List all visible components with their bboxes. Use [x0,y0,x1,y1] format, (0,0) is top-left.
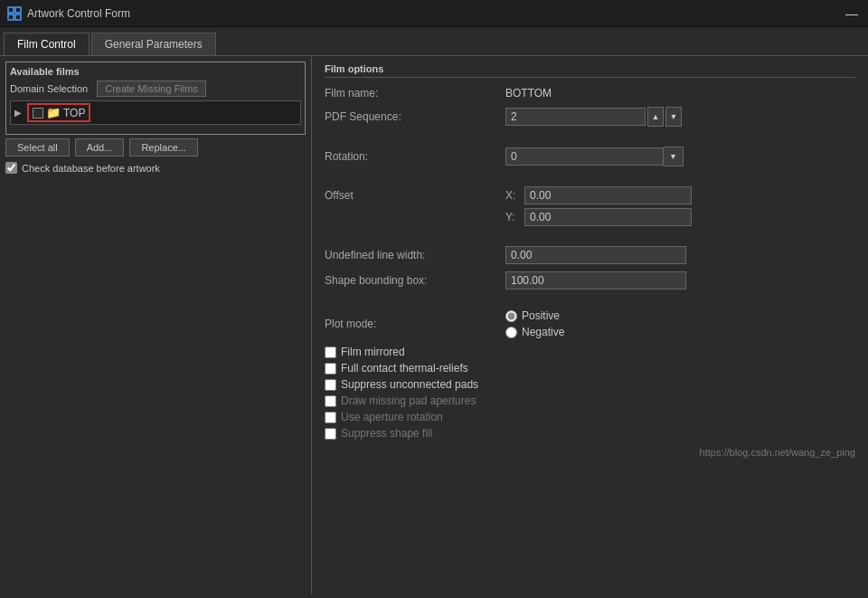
offset-x-axis-label: X: [505,189,519,202]
pdf-sequence-row: PDF Sequence: ▲ ▼ [325,107,855,127]
film-options-title: Film options [325,63,855,78]
main-content: Available films Domain Selection Create … [0,56,868,594]
offset-label: Offset [325,186,505,202]
plot-mode-negative-label: Negative [522,326,564,338]
offset-x-row: X: [505,186,692,204]
check-options: Film mirrored Full contact thermal-relie… [325,346,855,440]
window-title: Artwork Control Form [27,7,130,20]
svg-rect-0 [8,7,14,13]
domain-controls: Domain Selection Create Missing Films [10,81,301,97]
pdf-seq-up-button[interactable]: ▲ [647,107,664,127]
suppress-unconnected-checkbox[interactable] [325,379,336,391]
svg-rect-3 [15,14,21,20]
suppress-shape-label: Suppress shape fill [341,427,432,440]
app-icon [7,6,22,21]
title-bar-controls: — [843,5,861,23]
check-database-label: Check database before artwork [22,163,160,174]
add-button[interactable]: Add... [75,138,125,157]
film-name-row: Film name: BOTTOM [325,87,855,100]
suppress-unconnected-row: Suppress unconnected pads [325,378,855,391]
replace-button[interactable]: Replace... [129,138,198,157]
offset-x-input[interactable] [524,186,692,204]
list-item[interactable]: ▶ 📁 TOP [11,101,300,124]
undefined-line-width-label: Undefined line width: [325,249,505,261]
pdf-sequence-label: PDF Sequence: [325,110,505,123]
svg-rect-1 [15,7,21,13]
tab-general-parameters[interactable]: General Parameters [91,33,216,55]
shape-bounding-box-row: Shape bounding box: [325,271,855,290]
pdf-sequence-control: ▲ ▼ [505,107,682,127]
offset-y-input[interactable] [524,208,692,226]
plot-mode-row: Plot mode: Positive Negative [325,309,855,338]
plot-mode-positive-row: Positive [505,309,564,322]
suppress-shape-checkbox[interactable] [325,428,336,440]
select-all-button[interactable]: Select all [5,138,70,157]
minimize-button[interactable]: — [843,5,861,23]
shape-bounding-box-input[interactable] [505,271,686,290]
right-panel: Film options Film name: BOTTOM PDF Seque… [312,56,868,594]
available-films-title: Available films [10,66,301,77]
rotation-dropdown-arrow[interactable]: ▼ [664,147,684,166]
full-contact-checkbox[interactable] [325,363,336,375]
use-aperture-checkbox[interactable] [325,412,336,423]
create-missing-button[interactable]: Create Missing Films [97,81,206,97]
undefined-line-width-input[interactable] [505,246,686,264]
plot-mode-positive-radio[interactable] [505,310,517,322]
rotation-label: Rotation: [325,150,505,163]
film-checkbox[interactable] [33,108,43,119]
film-name-label: TOP [63,107,85,119]
offset-fields: X: Y: [505,186,692,226]
pdf-seq-down-button[interactable]: ▼ [665,107,682,127]
plot-mode-positive-label: Positive [522,309,560,322]
draw-missing-label: Draw missing pad apertures [341,394,476,407]
plot-mode-negative-row: Negative [505,326,564,338]
suppress-unconnected-label: Suppress unconnected pads [341,378,478,391]
suppress-shape-row: Suppress shape fill [325,427,855,440]
draw-missing-row: Draw missing pad apertures [325,394,855,407]
url-text: https://blog.csdn.net/wang_ze_ping [325,443,855,458]
check-database-row: Check database before artwork [5,162,306,174]
tree-arrow-icon: ▶ [14,108,24,118]
use-aperture-row: Use aperture rotation [325,411,855,423]
plot-mode-radio-group: Positive Negative [505,309,564,338]
rotation-dropdown: ▼ [505,147,684,166]
left-panel: Available films Domain Selection Create … [0,56,312,594]
title-bar: Artwork Control Form — [0,0,868,27]
films-list[interactable]: ▶ 📁 TOP [10,100,301,125]
use-aperture-label: Use aperture rotation [341,411,443,423]
film-mirrored-checkbox[interactable] [325,346,336,358]
film-mirrored-row: Film mirrored [325,346,855,358]
check-database-checkbox[interactable] [5,162,17,174]
plot-mode-label: Plot mode: [325,318,505,330]
shape-bounding-box-label: Shape bounding box: [325,274,505,287]
full-contact-label: Full contact thermal-reliefs [341,362,468,375]
plot-mode-negative-radio[interactable] [505,327,517,338]
undefined-line-width-row: Undefined line width: [325,246,855,264]
full-contact-row: Full contact thermal-reliefs [325,362,855,375]
tab-bar: Film Control General Parameters [0,27,868,56]
film-name-label: Film name: [325,87,505,100]
tab-film-control[interactable]: Film Control [4,33,90,55]
pdf-sequence-input[interactable] [505,108,646,126]
svg-rect-2 [8,14,14,20]
film-name-value: BOTTOM [505,87,552,100]
available-films-section: Available films Domain Selection Create … [5,62,306,135]
offset-y-row: Y: [505,208,692,226]
offset-y-axis-label: Y: [505,211,519,223]
bottom-controls: Select all Add... Replace... [5,138,306,157]
draw-missing-checkbox[interactable] [325,395,336,407]
folder-icon: 📁 [46,106,61,119]
film-mirrored-label: Film mirrored [341,346,405,358]
offset-section: Offset X: Y: [325,186,855,226]
domain-selection-label: Domain Selection [10,83,88,94]
rotation-row: Rotation: ▼ [325,147,855,166]
rotation-input[interactable] [505,147,664,166]
